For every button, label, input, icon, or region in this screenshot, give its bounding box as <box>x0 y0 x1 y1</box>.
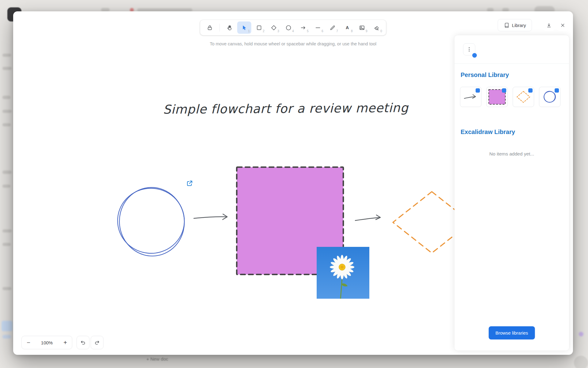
backdrop-blur-item <box>2 67 12 70</box>
hand-tool-button[interactable] <box>223 21 237 34</box>
library-button-label: Library <box>512 23 526 28</box>
library-button[interactable]: Library <box>498 19 532 31</box>
new-doc-button[interactable]: + New doc <box>146 356 168 362</box>
dots-vertical-icon <box>466 46 472 52</box>
library-item-violet-square[interactable] <box>486 87 508 107</box>
zoom-controls: − 100% + <box>21 336 72 349</box>
undo-icon <box>80 339 86 346</box>
tool-shortcut: 8 <box>351 29 353 33</box>
toolbar-divider <box>220 24 220 32</box>
library-item-arrow[interactable] <box>460 87 481 107</box>
eraser-icon <box>373 25 380 31</box>
tool-shortcut: 4 <box>292 29 294 33</box>
tool-shortcut: 3 <box>277 29 279 33</box>
line-icon <box>315 25 321 31</box>
excalidraw-library-heading: Excalidraw Library <box>461 128 515 136</box>
daisy-image[interactable] <box>317 247 369 299</box>
ellipse-tool-button[interactable]: 4 <box>281 21 296 34</box>
diamond-tool-button[interactable]: 3 <box>267 21 281 34</box>
tool-shortcut: 2 <box>263 29 265 33</box>
download-icon <box>546 22 552 28</box>
zoom-in-button[interactable]: + <box>58 336 72 349</box>
backdrop-blur-item <box>2 287 11 290</box>
tool-palette: 1 2 3 4 5 6 7 <box>200 20 386 35</box>
zoom-out-button[interactable]: − <box>22 336 35 349</box>
tool-shortcut: 5 <box>307 29 309 33</box>
rectangle-tool-button[interactable]: 2 <box>252 21 266 34</box>
sketch-circle-shape[interactable] <box>115 183 189 260</box>
image-icon <box>359 25 365 31</box>
line-tool-button[interactable]: 6 <box>311 21 325 34</box>
library-empty-text: No items added yet... <box>454 151 569 157</box>
backdrop-blur-dot <box>579 332 583 336</box>
selection-tool-button[interactable]: 1 <box>237 21 251 34</box>
backdrop-blur-item <box>2 54 11 57</box>
arrow-tool-button[interactable]: 5 <box>296 21 310 34</box>
backdrop-blur-item <box>2 243 11 246</box>
backdrop-blur-item <box>2 171 12 174</box>
browse-libraries-button[interactable]: Browse libraries <box>489 326 535 339</box>
panel-divider <box>454 63 569 64</box>
book-icon <box>504 22 510 28</box>
whiteboard-modal: Simple flowchart for a review meeting <box>13 11 573 355</box>
canvas-hint-text: To move canvas, hold mouse wheel or spac… <box>13 41 573 46</box>
backdrop-blur-selected-item <box>2 321 13 331</box>
item-selected-badge[interactable] <box>555 88 559 93</box>
eraser-tool-button[interactable]: 0 <box>370 21 384 34</box>
image-tool-button[interactable]: 9 <box>355 21 369 34</box>
library-menu-notification-dot <box>472 53 477 58</box>
arrow-icon <box>300 25 306 31</box>
backdrop-blur-item <box>2 185 10 188</box>
personal-library-heading: Personal Library <box>461 71 509 79</box>
tool-shortcut: 9 <box>366 29 368 33</box>
backdrop-circle-button <box>574 356 588 368</box>
external-link-icon[interactable] <box>186 180 193 187</box>
flow-arrow-1[interactable] <box>192 211 232 224</box>
tool-shortcut: 0 <box>380 29 382 33</box>
screen: + New doc Simple flowchart for a review … <box>0 0 588 368</box>
backdrop-blur-item <box>2 123 11 126</box>
close-icon <box>560 22 566 28</box>
rectangle-icon <box>256 25 262 31</box>
backdrop-blur-item <box>2 335 11 339</box>
personal-library-items <box>460 87 560 107</box>
lock-tool-button[interactable] <box>203 21 217 34</box>
export-download-button[interactable] <box>543 19 555 31</box>
redo-button[interactable] <box>91 336 104 349</box>
selection-cursor-icon <box>241 25 247 31</box>
hand-icon <box>226 25 233 31</box>
backdrop-blur-item <box>2 96 10 99</box>
text-icon: A <box>344 25 350 31</box>
pencil-icon <box>329 25 336 31</box>
item-selected-badge[interactable] <box>476 88 480 93</box>
backdrop-blur-item <box>2 229 12 232</box>
library-panel: Personal Library <box>454 35 569 351</box>
svg-text:A: A <box>345 25 349 30</box>
draw-tool-button[interactable]: 7 <box>326 21 340 34</box>
text-tool-button[interactable]: A 8 <box>340 21 354 34</box>
lock-icon <box>206 25 213 31</box>
library-item-circle[interactable] <box>539 87 560 107</box>
tool-shortcut: 1 <box>248 29 250 33</box>
close-modal-button[interactable] <box>557 19 568 31</box>
tool-shortcut: 6 <box>322 29 323 33</box>
backdrop-blur-item <box>2 110 12 113</box>
ellipse-icon <box>285 25 292 31</box>
redo-icon <box>94 339 100 346</box>
item-selected-badge[interactable] <box>528 88 533 93</box>
undo-button[interactable] <box>77 336 89 349</box>
tool-shortcut: 7 <box>336 29 338 33</box>
flow-arrow-2[interactable] <box>354 212 384 225</box>
diamond-icon <box>270 25 277 31</box>
zoom-level-value[interactable]: 100% <box>35 336 58 349</box>
library-item-orange-diamond[interactable] <box>513 87 534 107</box>
canvas-title-text[interactable]: Simple flowchart for a review meeting <box>145 101 427 117</box>
item-selected-badge[interactable] <box>502 88 506 93</box>
